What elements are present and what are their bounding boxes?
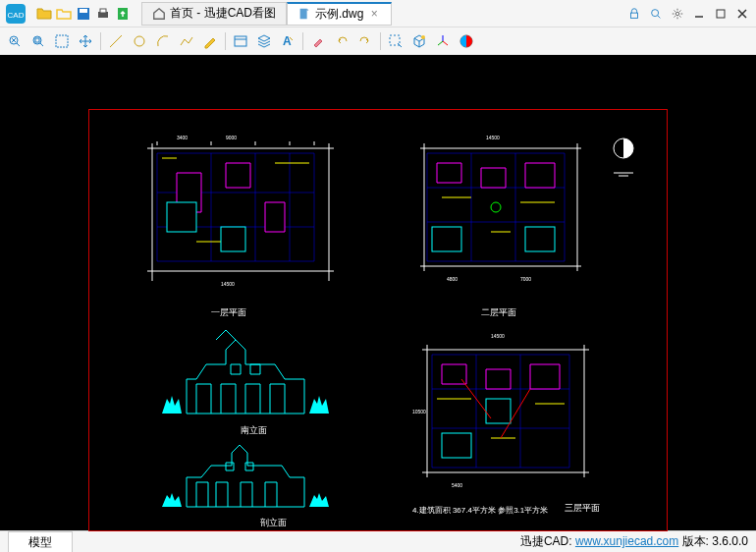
svg-rect-14 bbox=[35, 38, 39, 42]
model-tab[interactable]: 模型 bbox=[8, 531, 73, 553]
svg-rect-34 bbox=[442, 433, 471, 458]
svg-point-10 bbox=[675, 12, 679, 16]
svg-rect-7 bbox=[300, 9, 307, 20]
svg-rect-23 bbox=[167, 202, 196, 232]
svg-text:CAD: CAD bbox=[8, 11, 25, 20]
compass-icon bbox=[609, 134, 638, 183]
brush-icon[interactable] bbox=[307, 30, 329, 52]
document-icon bbox=[297, 7, 311, 21]
zoom-window-icon[interactable] bbox=[27, 30, 49, 52]
export-icon[interactable] bbox=[114, 5, 132, 23]
marquee-icon[interactable] bbox=[51, 30, 73, 52]
open-icon[interactable] bbox=[35, 5, 53, 23]
elev2-label: 剖立面 bbox=[260, 517, 287, 529]
edit-icon[interactable] bbox=[199, 30, 221, 52]
home-icon bbox=[152, 7, 166, 21]
brand-label: 迅捷CAD: bbox=[520, 534, 575, 548]
arc-icon[interactable] bbox=[152, 30, 174, 52]
svg-text:14500: 14500 bbox=[221, 281, 235, 287]
svg-text:4800: 4800 bbox=[447, 276, 458, 282]
svg-rect-35 bbox=[486, 399, 511, 423]
status-info: 迅捷CAD: www.xunjiecad.com 版本: 3.6.0.0 bbox=[520, 533, 748, 550]
version-label: 版本: bbox=[678, 534, 712, 548]
maximize-button[interactable] bbox=[711, 4, 730, 24]
zoom-icon[interactable] bbox=[646, 4, 666, 24]
close-button[interactable] bbox=[732, 4, 752, 24]
separator bbox=[225, 32, 226, 50]
titlebar: CAD 首页 - 迅捷CAD看图 示例.dwg × bbox=[0, 0, 756, 28]
plan2-label: 二层平面 bbox=[481, 306, 516, 319]
separator bbox=[100, 32, 101, 50]
tab-bar: 首页 - 迅捷CAD看图 示例.dwg × bbox=[141, 2, 624, 26]
svg-text:14500: 14500 bbox=[486, 135, 500, 140]
svg-text:9000: 9000 bbox=[226, 135, 237, 140]
layers-icon[interactable] bbox=[253, 30, 275, 52]
statusbar: 模型 迅捷CAD: www.xunjiecad.com 版本: 3.6.0.0 bbox=[0, 530, 756, 552]
save-icon[interactable] bbox=[75, 5, 92, 23]
tab-home-label: 首页 - 迅捷CAD看图 bbox=[170, 5, 276, 22]
svg-text:14500: 14500 bbox=[491, 333, 505, 339]
svg-point-16 bbox=[135, 36, 144, 46]
floor-plan-3: 14500105005400 bbox=[412, 330, 599, 497]
svg-point-13 bbox=[33, 36, 41, 44]
window-controls bbox=[624, 4, 756, 24]
separator bbox=[302, 32, 303, 50]
tab-home[interactable]: 首页 - 迅捷CAD看图 bbox=[141, 2, 287, 26]
elevation-2 bbox=[147, 433, 344, 517]
website-link[interactable]: www.xunjiecad.com bbox=[575, 534, 678, 548]
floor-plan-2: 1450048007000 bbox=[412, 134, 589, 291]
version-value: 3.6.0.0 bbox=[712, 534, 748, 548]
svg-rect-15 bbox=[56, 35, 68, 47]
svg-rect-28 bbox=[432, 227, 461, 251]
tab-file[interactable]: 示例.dwg × bbox=[287, 2, 392, 26]
svg-rect-11 bbox=[717, 10, 725, 18]
svg-point-20 bbox=[421, 35, 425, 39]
svg-text:5400: 5400 bbox=[452, 482, 462, 488]
svg-rect-29 bbox=[525, 227, 555, 251]
svg-text:3400: 3400 bbox=[177, 135, 188, 140]
pan-icon[interactable] bbox=[75, 30, 96, 52]
3d-icon[interactable] bbox=[408, 30, 430, 52]
info-text: 4.建筑面积 367.4平方米 参照3.1平方米 bbox=[412, 505, 548, 516]
toolbar: A bbox=[0, 28, 756, 55]
svg-point-9 bbox=[652, 9, 659, 16]
undo-icon[interactable] bbox=[331, 30, 352, 52]
svg-rect-5 bbox=[100, 9, 106, 13]
drawing-canvas[interactable]: 3400900014500 1450048007000 145001050054… bbox=[0, 55, 756, 530]
text-icon[interactable]: A bbox=[277, 30, 298, 52]
tab-file-label: 示例.dwg bbox=[315, 6, 363, 23]
select-icon[interactable] bbox=[385, 30, 406, 52]
redo-icon[interactable] bbox=[354, 30, 376, 52]
color-icon[interactable] bbox=[456, 30, 477, 52]
circle-icon[interactable] bbox=[129, 30, 150, 52]
plan3-label: 三层平面 bbox=[565, 502, 600, 515]
svg-text:A: A bbox=[283, 34, 292, 48]
svg-rect-8 bbox=[631, 13, 638, 18]
folder-icon[interactable] bbox=[55, 5, 73, 23]
quick-access bbox=[31, 5, 135, 23]
elevation-1 bbox=[147, 325, 344, 423]
window-icon[interactable] bbox=[230, 30, 251, 52]
svg-point-30 bbox=[491, 202, 501, 212]
gear-icon[interactable] bbox=[668, 4, 687, 24]
polyline-icon[interactable] bbox=[176, 30, 197, 52]
svg-rect-17 bbox=[235, 36, 246, 46]
svg-text:10500: 10500 bbox=[412, 409, 426, 414]
svg-text:7000: 7000 bbox=[520, 276, 531, 282]
app-logo: CAD bbox=[0, 0, 31, 28]
svg-rect-3 bbox=[80, 9, 87, 13]
minimize-button[interactable] bbox=[689, 4, 709, 24]
lock-icon[interactable] bbox=[624, 4, 644, 24]
floor-plan-1: 3400900014500 bbox=[137, 134, 344, 291]
separator bbox=[380, 32, 381, 50]
close-icon[interactable]: × bbox=[367, 7, 381, 21]
elev1-label: 南立面 bbox=[241, 424, 267, 437]
plan1-label: 一层平面 bbox=[211, 306, 246, 319]
svg-rect-24 bbox=[221, 227, 245, 251]
print-icon[interactable] bbox=[94, 5, 112, 23]
zoom-extents-icon[interactable] bbox=[4, 30, 26, 52]
line-icon[interactable] bbox=[105, 30, 127, 52]
axis-icon[interactable] bbox=[432, 30, 454, 52]
